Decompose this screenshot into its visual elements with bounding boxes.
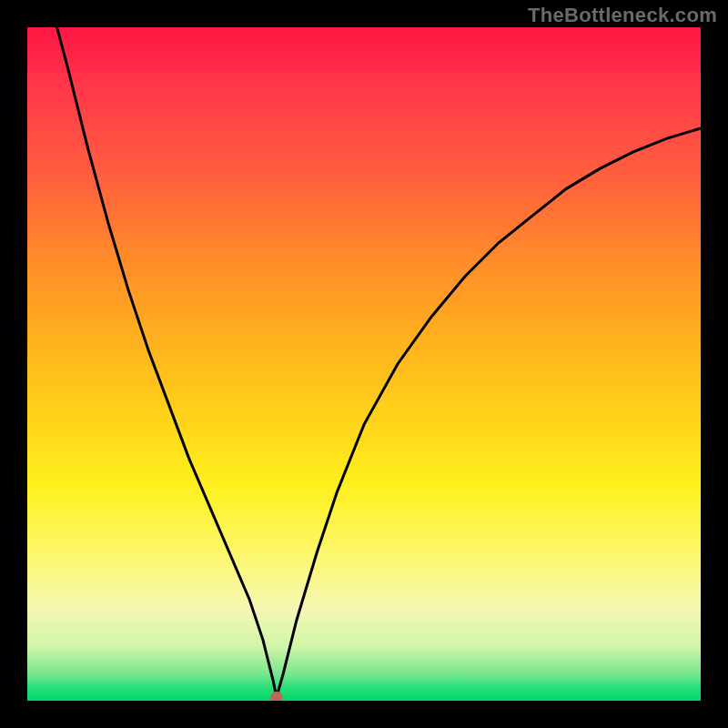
optimal-point-marker: [270, 692, 282, 701]
watermark-text: TheBottleneck.com: [528, 4, 717, 27]
chart-frame: TheBottleneck.com: [0, 0, 728, 728]
bottleneck-curve-path: [52, 27, 701, 697]
bottleneck-curve-svg: [27, 27, 701, 701]
